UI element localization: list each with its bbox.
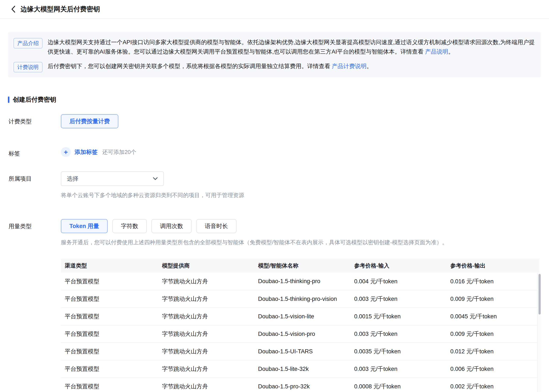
billing-type-label: 计费类型 (8, 114, 61, 125)
billing-badge: 计费说明 (14, 62, 43, 72)
cell-price-input: 0.0008 元/千token (350, 378, 446, 392)
cell-channel-type: 平台预置模型 (61, 343, 158, 360)
table-row: 平台预置模型 字节跳动火山方舟 Doubao-1.5-thinking-pro-… (61, 290, 539, 308)
usage-tab-token[interactable]: Token 用量 (61, 219, 108, 233)
cell-provider: 字节跳动火山方舟 (158, 360, 254, 378)
cell-channel-type: 平台预置模型 (61, 273, 158, 290)
plus-icon[interactable]: + (61, 147, 71, 157)
usage-tab-characters[interactable]: 字符数 (112, 219, 147, 233)
cell-price-output: 0.0045 元/千token (446, 308, 539, 325)
model-price-table: 渠道类型 模型提供商 模型/智能体名称 参考价格-输入 参考价格-输出 平台预置… (61, 259, 541, 392)
table-row: 平台预置模型 字节跳动火山方舟 Doubao-1.5-pro-32k 0.000… (61, 378, 539, 392)
cell-price-output: 0.016 元/千token (446, 273, 539, 290)
cell-model-name: Doubao-1.5-UI-TARS (254, 343, 350, 360)
cell-price-input: 0.0015 元/千token (350, 308, 446, 325)
cell-channel-type: 平台预置模型 (61, 325, 158, 343)
table-row: 平台预置模型 字节跳动火山方舟 Doubao-1.5-vision-pro 0.… (61, 325, 539, 343)
tags-control: + 添加标签 还可添加20个 (61, 146, 136, 157)
add-tag-button[interactable]: 添加标签 (75, 148, 98, 156)
cell-provider: 字节跳动火山方舟 (158, 325, 254, 343)
cell-model-name: Doubao-1.5-lite-32k (254, 360, 350, 378)
tag-remaining-hint: 还可添加20个 (102, 148, 136, 156)
col-header-price-input: 参考价格-输入 (350, 259, 446, 273)
table-scrollbar[interactable] (537, 273, 541, 392)
cell-price-output: 0.002 元/千token (446, 378, 539, 392)
cell-channel-type: 平台预置模型 (61, 378, 158, 392)
cell-channel-type: 平台预置模型 (61, 290, 158, 308)
cell-provider: 字节跳动火山方舟 (158, 378, 254, 392)
billing-type-option-postpaid[interactable]: 后付费按量计费 (61, 114, 118, 128)
project-select-placeholder: 选择 (67, 175, 78, 182)
col-header-channel-type: 渠道类型 (61, 259, 158, 273)
tags-row: 标签 + 添加标签 还可添加20个 (8, 146, 549, 157)
create-key-form: 计费类型 后付费按量计费 标签 + 添加标签 还可添加20个 所属项目 选择 将… (8, 114, 549, 246)
cell-provider: 字节跳动火山方舟 (158, 343, 254, 360)
usage-type-tabs: Token 用量 字符数 调用次数 语音时长 (61, 219, 448, 233)
cell-model-name: Doubao-1.5-vision-lite (254, 308, 350, 325)
billing-type-row: 计费类型 后付费按量计费 (8, 114, 549, 128)
page-header: 边缘大模型网关后付费密钥 (0, 0, 549, 19)
usage-type-helper-text: 服务开通后，您可以付费使用上述四种用量类型所包含的全部模型与智能体（免费模型/智… (61, 239, 448, 246)
table-row: 平台预置模型 字节跳动火山方舟 Doubao-1.5-UI-TARS 0.003… (61, 343, 539, 360)
cell-price-output: 0.006 元/千token (446, 360, 539, 378)
table-header-row: 渠道类型 模型提供商 模型/智能体名称 参考价格-输入 参考价格-输出 (61, 259, 539, 273)
usage-tab-calls[interactable]: 调用次数 (151, 219, 192, 233)
cell-price-input: 0.004 元/千token (350, 273, 446, 290)
cell-provider: 字节跳动火山方舟 (158, 290, 254, 308)
cell-model-name: Doubao-1.5-pro-32k (254, 378, 350, 392)
project-row: 所属项目 选择 将单个云账号下多个地域的多种云资源归类到不同的项目，可用于管理资… (8, 171, 549, 199)
billing-doc-link[interactable]: 产品计费说明 (332, 63, 367, 69)
cell-price-input: 0.003 元/千token (350, 360, 446, 378)
section-accent-bar (8, 97, 9, 103)
cell-channel-type: 平台预置模型 (61, 360, 158, 378)
back-icon[interactable] (9, 5, 17, 13)
cell-model-name: Doubao-1.5-thinking-pro-vision (254, 290, 350, 308)
product-intro-text: 边缘大模型网关支持通过一个API接口访问多家大模型提供商的模型与智能体。依托边缘… (48, 38, 535, 56)
project-helper-text: 将单个云账号下多个地域的多种云资源归类到不同的项目，可用于管理资源 (61, 191, 244, 199)
product-intro-body: 边缘大模型网关支持通过一个API接口访问多家大模型提供商的模型与智能体。依托边缘… (48, 39, 535, 55)
col-header-price-output: 参考价格-输出 (446, 259, 539, 273)
usage-type-control: Token 用量 字符数 调用次数 语音时长 服务开通后，您可以付费使用上述四种… (61, 219, 448, 246)
usage-type-row: 用量类型 Token 用量 字符数 调用次数 语音时长 服务开通后，您可以付费使… (8, 219, 549, 246)
cell-model-name: Doubao-1.5-thinking-pro (254, 273, 350, 290)
cell-price-input: 0.0035 元/千token (350, 343, 446, 360)
col-header-provider: 模型提供商 (158, 259, 254, 273)
project-label: 所属项目 (8, 171, 61, 182)
table-row: 平台预置模型 字节跳动火山方舟 Doubao-1.5-thinking-pro … (61, 273, 539, 290)
cell-channel-type: 平台预置模型 (61, 308, 158, 325)
section-title-text: 创建后付费密钥 (13, 95, 56, 104)
cell-price-output: 0.009 元/千token (446, 325, 539, 343)
table-row: 平台预置模型 字节跳动火山方舟 Doubao-1.5-lite-32k 0.00… (61, 360, 539, 378)
notice-banner: 产品介绍 边缘大模型网关支持通过一个API接口访问多家大模型提供商的模型与智能体… (8, 32, 541, 77)
create-key-section-header: 创建后付费密钥 (8, 95, 549, 104)
product-intro-suffix: 。 (448, 49, 454, 55)
billing-body: 后付费密钥下，您可以创建网关密钥并关联多个模型，系统将根据各模型的实际调用量独立… (48, 63, 332, 69)
billing-text: 后付费密钥下，您可以创建网关密钥并关联多个模型，系统将根据各模型的实际调用量独立… (48, 62, 372, 71)
cell-price-input: 0.003 元/千token (350, 325, 446, 343)
usage-tab-audio-duration[interactable]: 语音时长 (196, 219, 236, 233)
cell-provider: 字节跳动火山方舟 (158, 273, 254, 290)
project-select[interactable]: 选择 (61, 171, 164, 186)
usage-type-label: 用量类型 (8, 219, 61, 230)
product-intro-badge: 产品介绍 (14, 38, 43, 49)
cell-provider: 字节跳动火山方舟 (158, 308, 254, 325)
billing-notice: 计费说明 后付费密钥下，您可以创建网关密钥并关联多个模型，系统将根据各模型的实际… (14, 62, 535, 72)
product-intro-notice: 产品介绍 边缘大模型网关支持通过一个API接口访问多家大模型提供商的模型与智能体… (14, 38, 535, 56)
cell-price-input: 0.003 元/千token (350, 290, 446, 308)
product-doc-link[interactable]: 产品说明 (425, 49, 448, 55)
chevron-down-icon (153, 177, 158, 180)
billing-suffix: 。 (367, 63, 372, 69)
page-title: 边缘大模型网关后付费密钥 (21, 5, 100, 14)
cell-price-output: 0.009 元/千token (446, 290, 539, 308)
tags-label: 标签 (8, 146, 61, 157)
cell-price-output: 0.012 元/千token (446, 343, 539, 360)
col-header-model-name: 模型/智能体名称 (254, 259, 350, 273)
table-row: 平台预置模型 字节跳动火山方舟 Doubao-1.5-vision-lite 0… (61, 308, 539, 325)
table-scrollbar-thumb[interactable] (539, 274, 541, 315)
project-control: 选择 将单个云账号下多个地域的多种云资源归类到不同的项目，可用于管理资源 (61, 171, 244, 199)
cell-model-name: Doubao-1.5-vision-pro (254, 325, 350, 343)
